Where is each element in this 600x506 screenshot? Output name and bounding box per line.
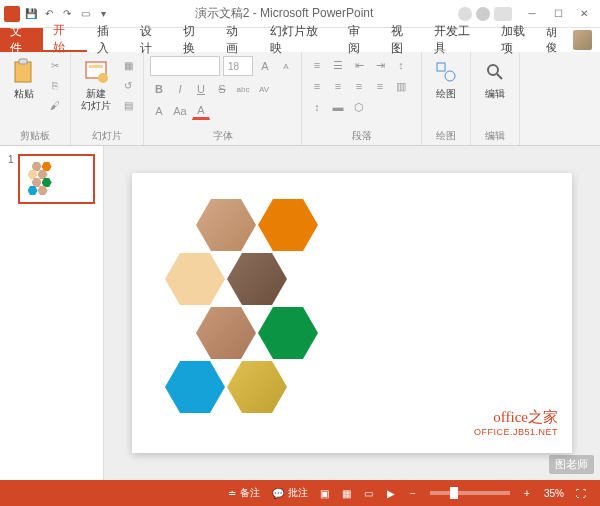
new-slide-button[interactable]: 新建 幻灯片 — [77, 56, 115, 114]
svg-point-7 — [488, 65, 498, 75]
quick-access-toolbar: 💾 ↶ ↷ ▭ ▾ — [4, 6, 110, 22]
shadow-icon[interactable]: abc — [234, 80, 252, 98]
app-icon[interactable] — [4, 6, 20, 22]
svg-rect-5 — [437, 63, 445, 71]
columns-icon[interactable]: ▥ — [392, 77, 410, 95]
tab-animations[interactable]: 动画 — [216, 28, 259, 52]
indent-inc-icon[interactable]: ⇥ — [371, 56, 389, 74]
svg-rect-3 — [89, 65, 103, 68]
close-button[interactable]: ✕ — [572, 4, 596, 24]
line-spacing-icon[interactable]: ↕ — [392, 56, 410, 74]
align-left-icon[interactable]: ≡ — [308, 77, 326, 95]
align-right-icon[interactable]: ≡ — [350, 77, 368, 95]
slideshow-icon[interactable]: ▭ — [78, 7, 92, 21]
smartart-icon[interactable]: ⬡ — [350, 98, 368, 116]
format-painter-icon[interactable]: 🖌 — [46, 96, 64, 114]
tab-view[interactable]: 视图 — [381, 28, 424, 52]
italic-icon[interactable]: I — [171, 80, 189, 98]
group-font: 18 A A B I U S abc AV A Aa A 字体 — [144, 52, 302, 145]
window-controls: ─ ☐ ✕ — [520, 4, 596, 24]
text-direction-icon[interactable]: ↕ — [308, 98, 326, 116]
cut-icon[interactable]: ✂ — [46, 56, 64, 74]
svg-point-6 — [445, 71, 455, 81]
slide[interactable]: office之家 OFFICE.JB51.NET — [132, 173, 572, 453]
notes-button[interactable]: ≐ 备注 — [222, 486, 266, 500]
hex-photo — [227, 361, 287, 413]
group-label: 段落 — [308, 127, 415, 143]
ribbon-tabs: 文件 开始 插入 设计 切换 动画 幻灯片放映 审阅 视图 开发工具 加载项 胡… — [0, 28, 600, 52]
tab-review[interactable]: 审阅 — [338, 28, 381, 52]
redo-icon[interactable]: ↷ — [60, 7, 74, 21]
tab-developer[interactable]: 开发工具 — [424, 28, 491, 52]
font-color-icon[interactable]: A — [192, 102, 210, 120]
group-label: 绘图 — [428, 127, 464, 143]
hex-blue — [165, 361, 225, 413]
tab-home[interactable]: 开始 — [43, 28, 86, 52]
reading-view-icon[interactable]: ▭ — [358, 484, 380, 502]
fit-window-icon[interactable]: ⛶ — [570, 484, 592, 502]
slide-canvas-area[interactable]: office之家 OFFICE.JB51.NET — [104, 146, 600, 480]
spacing-icon[interactable]: AV — [255, 80, 273, 98]
svg-rect-0 — [15, 62, 31, 82]
group-slides: 新建 幻灯片 ▦ ↺ ▤ 幻灯片 — [71, 52, 144, 145]
group-label: 幻灯片 — [77, 127, 137, 143]
hex-photo — [196, 199, 256, 251]
align-text-icon[interactable]: ▬ — [329, 98, 347, 116]
numbering-icon[interactable]: ☰ — [329, 56, 347, 74]
slide-thumbnail-panel[interactable]: 1 — [0, 146, 104, 480]
strike-icon[interactable]: S — [213, 80, 231, 98]
zoom-out-icon[interactable]: − — [402, 484, 424, 502]
save-icon[interactable]: 💾 — [24, 7, 38, 21]
minimize-button[interactable]: ─ — [520, 4, 544, 24]
bullets-icon[interactable]: ≡ — [308, 56, 326, 74]
drawing-button[interactable]: 绘图 — [428, 56, 464, 102]
tab-transitions[interactable]: 切换 — [173, 28, 216, 52]
normal-view-icon[interactable]: ▣ — [314, 484, 336, 502]
justify-icon[interactable]: ≡ — [371, 77, 389, 95]
reset-icon[interactable]: ↺ — [119, 76, 137, 94]
hex-photo — [227, 253, 287, 305]
new-slide-icon — [82, 58, 110, 86]
case-icon[interactable]: Aa — [171, 102, 189, 120]
slide-thumbnail[interactable]: 1 — [8, 154, 95, 204]
tab-file[interactable]: 文件 — [0, 28, 43, 52]
copy-icon[interactable]: ⎘ — [46, 76, 64, 94]
tab-insert[interactable]: 插入 — [87, 28, 130, 52]
deco-icon — [458, 7, 472, 21]
zoom-thumb[interactable] — [450, 487, 458, 499]
indent-dec-icon[interactable]: ⇤ — [350, 56, 368, 74]
clear-format-icon[interactable]: A — [150, 102, 168, 120]
slideshow-view-icon[interactable]: ▶ — [380, 484, 402, 502]
maximize-button[interactable]: ☐ — [546, 4, 570, 24]
grow-font-icon[interactable]: A — [256, 57, 274, 75]
sorter-view-icon[interactable]: ▦ — [336, 484, 358, 502]
qat-dropdown-icon[interactable]: ▾ — [96, 7, 110, 21]
comments-button[interactable]: 💬 批注 — [266, 486, 314, 500]
align-center-icon[interactable]: ≡ — [329, 77, 347, 95]
svg-rect-1 — [19, 59, 27, 64]
deco-icon — [494, 7, 512, 21]
tab-design[interactable]: 设计 — [130, 28, 173, 52]
zoom-in-icon[interactable]: + — [516, 484, 538, 502]
section-icon[interactable]: ▤ — [119, 96, 137, 114]
underline-icon[interactable]: U — [192, 80, 210, 98]
zoom-slider[interactable] — [430, 491, 510, 495]
group-label: 剪贴板 — [6, 127, 64, 143]
font-family-combo[interactable] — [150, 56, 220, 76]
editing-button[interactable]: 编辑 — [477, 56, 513, 102]
group-paragraph: ≡ ☰ ⇤ ⇥ ↕ ≡ ≡ ≡ ≡ ▥ ↕ ▬ ⬡ 段落 — [302, 52, 422, 145]
title-decoration — [458, 7, 512, 21]
hex-photo — [196, 307, 256, 359]
hex-green — [258, 307, 318, 359]
shrink-font-icon[interactable]: A — [277, 57, 295, 75]
user-account[interactable]: 胡俊 — [546, 28, 601, 52]
layout-icon[interactable]: ▦ — [119, 56, 137, 74]
font-size-combo[interactable]: 18 — [223, 56, 253, 76]
undo-icon[interactable]: ↶ — [42, 7, 56, 21]
zoom-percent[interactable]: 35% — [538, 488, 570, 499]
image-watermark: 图老师 — [549, 455, 594, 474]
tab-slideshow[interactable]: 幻灯片放映 — [260, 28, 338, 52]
paste-button[interactable]: 粘贴 — [6, 56, 42, 102]
tab-addins[interactable]: 加载项 — [491, 28, 546, 52]
bold-icon[interactable]: B — [150, 80, 168, 98]
